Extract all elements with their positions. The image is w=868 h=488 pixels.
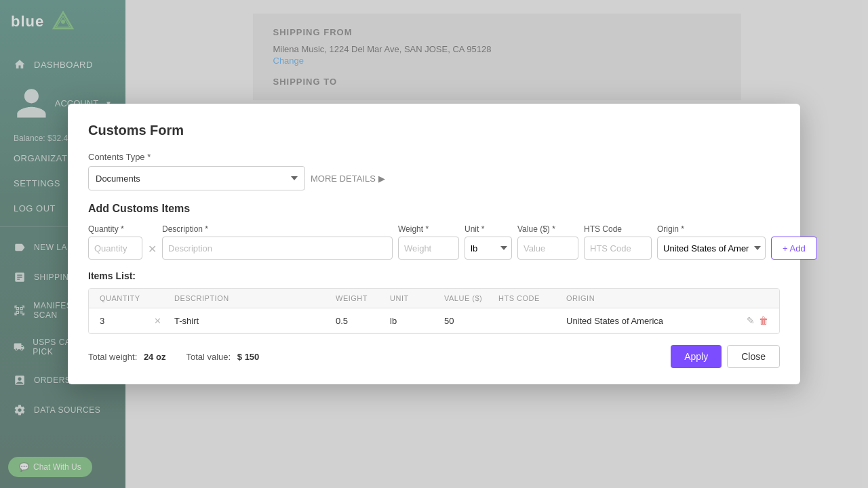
origin-label: Origin * <box>657 224 766 234</box>
col-header-hts: HTS CODE <box>498 294 566 302</box>
items-table: QUANTITY DESCRIPTION WEIGHT UNIT VALUE (… <box>88 288 780 334</box>
quantity-label: Quantity * <box>88 224 142 234</box>
col-header-origin: ORIGIN <box>566 294 728 302</box>
customs-fields-row: Quantity * ✕ Description * Weight * Unit… <box>88 224 780 260</box>
unit-select[interactable]: lb oz kg g <box>465 237 512 260</box>
total-value-label: Total value: <box>186 352 231 362</box>
contents-type-select[interactable]: Documents Gift Merchandise Returned Good… <box>88 166 305 190</box>
delete-row-button[interactable]: 🗑 <box>759 315 768 326</box>
description-input[interactable] <box>162 237 393 260</box>
hts-code-label: HTS Code <box>584 224 652 234</box>
items-list-title: Items List: <box>88 270 780 281</box>
modal-title: Customs Form <box>88 123 780 138</box>
apply-button[interactable]: Apply <box>671 345 722 368</box>
row-description: T-shirt <box>174 316 336 326</box>
contents-type-group: Contents Type * Documents Gift Merchandi… <box>88 152 780 190</box>
row-actions: ✎ 🗑 <box>728 315 768 326</box>
x-separator-icon: ✕ <box>148 243 157 256</box>
total-value-value: $ 150 <box>237 352 260 362</box>
hts-code-group: HTS Code <box>584 224 652 260</box>
total-weight-section: Total weight: 24 oz <box>88 352 165 362</box>
origin-select[interactable]: United States of America Canada Mexico C… <box>657 237 766 260</box>
table-row: 3 ✕ T-shirt 0.5 lb 50 United States of A… <box>89 308 779 333</box>
value-input[interactable] <box>517 237 578 260</box>
col-header-quantity: QUANTITY <box>100 294 154 302</box>
total-weight-value: 24 oz <box>144 352 166 362</box>
col-header-weight: WEIGHT <box>336 294 390 302</box>
unit-group: Unit * lb oz kg g <box>465 224 512 260</box>
description-group: Description * <box>162 224 393 260</box>
more-details-label: MORE DETAILS <box>311 174 376 184</box>
chevron-right-icon: ▶ <box>378 174 385 184</box>
total-value-section: Total value: $ 150 <box>186 352 259 362</box>
hts-code-input[interactable] <box>584 237 652 260</box>
row-x-icon: ✕ <box>154 316 174 326</box>
total-weight-label: Total weight: <box>88 352 137 362</box>
add-item-button[interactable]: + Add <box>771 237 817 260</box>
value-label: Value ($) * <box>517 224 578 234</box>
unit-label: Unit * <box>465 224 512 234</box>
modal-footer: Total weight: 24 oz Total value: $ 150 A… <box>88 345 780 368</box>
modal-totals: Total weight: 24 oz Total value: $ 150 <box>88 352 259 362</box>
contents-type-row: Documents Gift Merchandise Returned Good… <box>88 166 780 190</box>
value-group: Value ($) * <box>517 224 578 260</box>
more-details-button[interactable]: MORE DETAILS ▶ <box>311 174 385 184</box>
quantity-input[interactable] <box>88 237 142 260</box>
customs-form-modal: Customs Form Contents Type * Documents G… <box>68 104 800 384</box>
row-value: 50 <box>444 316 498 326</box>
col-header-description: DESCRIPTION <box>174 294 336 302</box>
weight-group: Weight * <box>398 224 459 260</box>
quantity-group: Quantity * <box>88 224 142 260</box>
weight-label: Weight * <box>398 224 459 234</box>
col-header-x <box>154 294 174 302</box>
row-weight: 0.5 <box>336 316 390 326</box>
col-header-actions <box>728 294 768 302</box>
row-origin: United States of America <box>566 316 728 326</box>
col-header-unit: UNIT <box>390 294 444 302</box>
close-button[interactable]: Close <box>727 345 780 368</box>
table-header: QUANTITY DESCRIPTION WEIGHT UNIT VALUE (… <box>89 289 779 308</box>
modal-footer-buttons: Apply Close <box>671 345 780 368</box>
contents-type-label: Contents Type * <box>88 152 780 162</box>
description-label: Description * <box>162 224 393 234</box>
add-customs-items-title: Add Customs Items <box>88 203 780 215</box>
edit-row-button[interactable]: ✎ <box>747 315 755 326</box>
weight-input[interactable] <box>398 237 459 260</box>
row-unit: lb <box>390 316 444 326</box>
origin-group: Origin * United States of America Canada… <box>657 224 766 260</box>
row-quantity: 3 <box>100 316 154 326</box>
col-header-value: VALUE ($) <box>444 294 498 302</box>
